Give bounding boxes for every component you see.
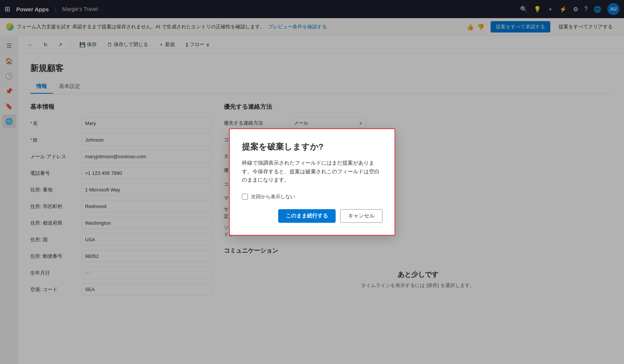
dialog-overlay: 提案を破棄しますか? 枠線で強調表示されたフィールドにはまだ提案があります。今保… (0, 0, 624, 364)
continue-button[interactable]: このまま続行する (278, 209, 336, 223)
dialog-title: 提案を破棄しますか? (242, 141, 382, 153)
dialog: 提案を破棄しますか? 枠線で強調表示されたフィールドにはまだ提案があります。今保… (229, 128, 395, 235)
dialog-actions: このまま続行する キャンセル (242, 209, 382, 223)
dialog-checkbox-label: 次回から表示しない (251, 193, 295, 200)
dialog-body: 枠線で強調表示されたフィールドにはまだ提案があります。今保存すると、提案は破棄さ… (242, 159, 382, 184)
cancel-button[interactable]: キャンセル (340, 209, 382, 223)
dialog-checkbox-row: 次回から表示しない (242, 193, 382, 200)
dialog-checkbox[interactable] (242, 194, 248, 200)
